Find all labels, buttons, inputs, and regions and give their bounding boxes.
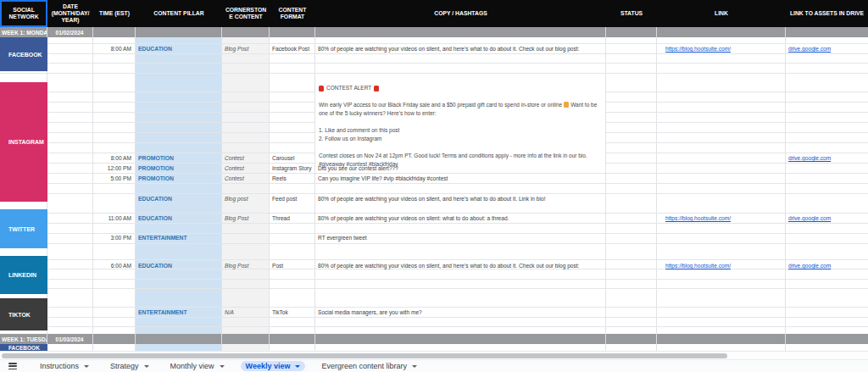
sheet-tab-bar: Instructions Strategy Monthly view Weekl… <box>0 359 868 372</box>
cell-copy[interactable]: 80% of people are watching your videos o… <box>318 194 545 203</box>
cell-cornerstone[interactable]: Blog Post <box>225 261 248 270</box>
cell-format[interactable]: Carousel <box>272 153 294 163</box>
tab-weekly-view[interactable]: Weekly view <box>241 361 306 371</box>
col-header-time[interactable]: TIME (EST) <box>93 0 136 27</box>
scrollbar-track <box>0 351 868 359</box>
content-row-instagram-education: EDUCATION Blog post Feed post 80% of peo… <box>0 194 868 203</box>
cell-format[interactable]: TikTok <box>272 308 288 317</box>
tab-evergreen-content-library[interactable]: Evergreen content library <box>316 361 422 371</box>
cell-cornerstone[interactable]: Blog Post <box>225 214 248 223</box>
drive-link[interactable]: drive.google.com <box>788 214 831 223</box>
content-row-twitter-thread: 11:00 AM EDUCATION Blog Post Thread 80% … <box>0 214 868 223</box>
linkedin-block <box>0 250 868 294</box>
cell-format[interactable]: Instagram Story <box>272 164 312 173</box>
col-header-social-network[interactable]: SOCIAL NETWORK <box>0 0 47 27</box>
cell-copy[interactable]: 80% of people are watching your videos o… <box>318 214 509 223</box>
cell-format[interactable]: Thread <box>272 214 290 223</box>
tab-label: Weekly view <box>246 362 291 370</box>
contest-step: 1. Like and comment on this post <box>319 126 602 136</box>
drive-link[interactable]: drive.google.com <box>788 44 831 53</box>
tab-label: Strategy <box>110 362 139 370</box>
contest-step: 2. Follow us on Instagram <box>319 135 602 144</box>
tab-label: Instructions <box>40 362 79 370</box>
siren-icon <box>374 86 379 92</box>
sheet-menu-icon[interactable] <box>8 363 17 369</box>
cell-content-pillar[interactable]: PROMOTION <box>138 153 174 163</box>
col-header-date[interactable]: DATE (MONTH/DAY/YEAR) <box>47 0 93 27</box>
cell-content-pillar[interactable]: ENTERTAINMENT <box>138 308 187 317</box>
col-header-cornerstone-content[interactable]: CORNERSTONE CONTENT <box>222 0 270 27</box>
week-date: 01/03/2024 <box>47 336 92 342</box>
siren-icon <box>319 86 324 92</box>
cell-time[interactable]: 8:00 AM <box>92 44 131 53</box>
tab-label: Monthly view <box>170 362 214 370</box>
cell-cornerstone[interactable]: Contest <box>225 153 244 163</box>
cell-format[interactable]: Feed post <box>272 194 297 203</box>
cell-copy[interactable]: Social media managers, are you with me? <box>318 308 422 317</box>
column-headers: SOCIAL NETWORK DATE (MONTH/DAY/YEAR) TIM… <box>0 0 868 27</box>
cell-time[interactable]: 8:00 AM <box>92 153 131 163</box>
instagram-contest-copy[interactable]: CONTEST ALERT Win early VIP access to ou… <box>319 84 602 177</box>
cell-format[interactable]: Post <box>272 261 283 270</box>
cell-copy[interactable]: RT evergreen tweet <box>318 233 367 242</box>
cell-cornerstone[interactable]: Blog post <box>225 194 248 203</box>
tab-strategy[interactable]: Strategy <box>105 361 154 371</box>
tab-dropdown-icon <box>220 365 225 368</box>
drive-link[interactable]: drive.google.com <box>788 261 831 270</box>
col-header-copy-hashtags[interactable]: COPY / HASHTAGS <box>315 0 606 27</box>
tab-dropdown-icon <box>84 365 89 368</box>
week-row-monday[interactable]: WEEK 1: MONDAY 01/02/2024 <box>0 27 868 37</box>
tab-dropdown-icon <box>295 365 300 368</box>
horizontal-scrollbar[interactable] <box>2 353 727 358</box>
week-label: WEEK 1: MONDAY <box>0 30 47 36</box>
cell-cornerstone[interactable]: Contest <box>225 174 244 183</box>
facebook-label-cell-partial[interactable]: FACEBOOK <box>0 344 47 351</box>
instagram-label-cell[interactable]: INSTAGRAM <box>0 82 47 202</box>
content-row-tiktok: ENTERTAINMENT N/A TikTok Social media ma… <box>0 308 868 317</box>
cell-time[interactable]: 6:00 AM <box>92 261 131 270</box>
cell-cornerstone[interactable]: Contest <box>225 164 244 173</box>
contest-paragraph: Win early VIP access to our Black Friday… <box>319 102 562 108</box>
facebook-label-cell[interactable]: FACEBOOK <box>0 37 47 71</box>
drive-link[interactable]: drive.google.com <box>788 153 831 163</box>
cell-format[interactable]: Reels <box>272 174 287 183</box>
cell-time[interactable]: 3:00 PM <box>92 233 131 242</box>
cell-copy[interactable]: 80% of people are watching your videos o… <box>318 44 579 53</box>
cell-content-pillar[interactable]: EDUCATION <box>138 194 172 203</box>
cell-copy[interactable]: 80% of people are watching your videos o… <box>318 261 579 270</box>
cell-content-pillar[interactable]: EDUCATION <box>138 214 172 223</box>
content-row-twitter-rt: 3:00 PM ENTERTAINMENT RT evergreen tweet <box>0 233 868 242</box>
cell-cornerstone[interactable]: Blog Post <box>225 44 248 53</box>
col-header-link[interactable]: LINK <box>657 0 786 27</box>
post-link[interactable]: https://blog.hootsuite.com/ <box>665 44 731 53</box>
contest-closing: Contest closes on Nov 24 at 12pm PT. Goo… <box>319 152 602 161</box>
post-link[interactable]: https://blog.hootsuite.com/ <box>665 261 731 270</box>
sheet-grid: SOCIAL NETWORK DATE (MONTH/DAY/YEAR) TIM… <box>0 0 868 351</box>
tab-dropdown-icon <box>412 365 417 368</box>
gift-icon <box>564 102 569 108</box>
cell-content-pillar[interactable]: ENTERTAINMENT <box>138 233 187 242</box>
cell-content-pillar[interactable]: PROMOTION <box>138 174 174 183</box>
post-link[interactable]: https://blog.hootsuite.com/ <box>665 214 731 223</box>
col-header-content-format[interactable]: CONTENT FORMAT <box>270 0 315 27</box>
col-header-link-to-assets[interactable]: LINK TO ASSETS IN DRIVE <box>786 0 868 27</box>
tab-monthly-view[interactable]: Monthly view <box>165 361 230 371</box>
tab-instructions[interactable]: Instructions <box>35 361 94 371</box>
cell-content-pillar[interactable]: PROMOTION <box>138 164 174 173</box>
contest-alert-text: CONTEST ALERT <box>326 84 371 93</box>
spreadsheet-app: SOCIAL NETWORK DATE (MONTH/DAY/YEAR) TIM… <box>0 0 868 372</box>
cell-format[interactable]: Facebook Post <box>272 44 309 53</box>
cell-content-pillar[interactable]: EDUCATION <box>138 44 172 53</box>
tab-label: Evergreen content library <box>321 362 407 370</box>
tab-dropdown-icon <box>144 365 149 368</box>
col-header-status[interactable]: STATUS <box>606 0 657 27</box>
contest-hashtags: #giveaway #contest #blackfriday <box>319 160 602 169</box>
cell-content-pillar[interactable]: EDUCATION <box>138 261 172 270</box>
cell-cornerstone[interactable]: N/A <box>225 308 234 317</box>
cell-time[interactable]: 12:00 PM <box>92 164 131 173</box>
week-row-tuesday[interactable]: WEEK 1: TUESDAY 01/03/2024 <box>0 334 868 344</box>
cell-time[interactable]: 5:00 PM <box>92 174 131 183</box>
cell-time[interactable]: 11:00 AM <box>92 214 131 223</box>
col-header-content-pillar[interactable]: CONTENT PILLAR <box>136 0 222 27</box>
twitter-block <box>0 203 868 250</box>
